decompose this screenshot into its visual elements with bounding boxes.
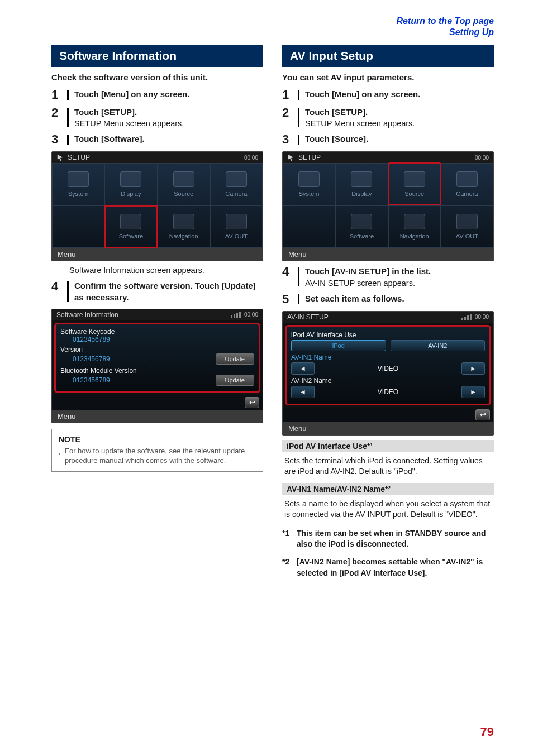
step-divider <box>67 135 69 145</box>
note-body: For how to update the software, see the … <box>65 446 256 466</box>
bt-version-label: Bluetooth Module Version <box>60 367 254 375</box>
note-box: NOTE For how to update the software, see… <box>51 429 263 472</box>
bullet-icon <box>59 446 61 466</box>
step-title: Touch [Source]. <box>305 133 494 145</box>
step-title: Set each item as follows. <box>305 293 494 304</box>
screenshot-menu-button[interactable]: Menu <box>283 422 493 435</box>
step-divider <box>298 108 299 127</box>
svg-rect-0 <box>231 315 232 318</box>
note-title: NOTE <box>59 435 256 444</box>
setting-heading-ipod-av: iPod AV Interface Use*¹ <box>282 440 494 452</box>
step-title: Touch [SETUP]. <box>305 107 494 118</box>
prev-button[interactable]: ◄ <box>291 362 315 375</box>
section-header-software-information: Software Information <box>51 45 263 67</box>
setting-body: Sets the terminal which iPod is connecte… <box>282 452 494 479</box>
setup-item-blank <box>283 205 335 248</box>
setting-up-link[interactable]: Setting Up <box>449 27 494 38</box>
setup-item-navigation[interactable]: Navigation <box>158 205 210 248</box>
step-1: 1 Touch [Menu] on any screen. <box>51 89 263 101</box>
step-3: 3 Touch [Software]. <box>51 133 263 146</box>
software-info-screenshot: Software Information 00:00 Software Keyc… <box>51 309 263 423</box>
step-title: Confirm the software version. Touch [Upd… <box>74 280 263 303</box>
step-number: 3 <box>282 133 292 146</box>
ipod-option-button[interactable]: iPod <box>291 340 386 351</box>
avin1-name-label: AV-IN1 Name <box>291 353 485 361</box>
prev-button[interactable]: ◄ <box>291 386 315 398</box>
setup-menu-screenshot: SETUP 00:00 System Display Source Camera… <box>51 151 263 261</box>
step-subtext: SETUP Menu screen appears. <box>74 119 263 128</box>
next-button[interactable]: ► <box>461 386 485 398</box>
setup-item-system[interactable]: System <box>283 163 335 205</box>
svg-rect-7 <box>470 314 472 320</box>
setup-item-camera[interactable]: Camera <box>210 163 263 205</box>
step-number: 1 <box>282 89 292 101</box>
setup-item-avout[interactable]: AV-OUT <box>441 205 493 248</box>
clock-label: 00:00 <box>475 314 489 320</box>
return-top-link[interactable]: Return to the Top page <box>396 16 494 27</box>
setup-item-avout[interactable]: AV-OUT <box>210 205 263 248</box>
setup-item-display[interactable]: Display <box>104 163 157 205</box>
step-number: 3 <box>51 133 61 146</box>
right-column: AV Input Setup You can set AV input para… <box>282 45 494 578</box>
step-number: 2 <box>282 107 292 119</box>
keycode-value: 0123456789 <box>60 336 254 343</box>
setup-item-software[interactable]: Software <box>104 205 157 248</box>
step-4: 4 Touch [AV-IN SETUP] in the list. AV-IN… <box>282 266 494 287</box>
return-icon[interactable]: ↩ <box>245 397 259 408</box>
screenshot-menu-button[interactable]: Menu <box>52 410 263 423</box>
step-divider <box>298 294 299 304</box>
setup-item-software[interactable]: Software <box>335 205 388 248</box>
screenshot-menu-button[interactable]: Menu <box>283 248 493 261</box>
keycode-label: Software Keycode <box>60 328 254 336</box>
step-1: 1 Touch [Menu] on any screen. <box>282 89 494 101</box>
setup-item-camera[interactable]: Camera <box>441 163 493 205</box>
step-number: 2 <box>51 107 61 119</box>
section-header-av-input-setup: AV Input Setup <box>282 45 494 67</box>
screenshot-title: AV-IN SETUP <box>287 313 329 321</box>
step-number: 4 <box>51 280 61 293</box>
setup-item-system[interactable]: System <box>52 163 104 205</box>
step-title: Touch [Software]. <box>74 133 263 145</box>
step-number: 1 <box>51 89 61 101</box>
return-icon[interactable]: ↩ <box>475 409 490 420</box>
step-2: 2 Touch [SETUP]. SETUP Menu screen appea… <box>51 107 263 128</box>
version-label: Version <box>60 346 254 353</box>
step-title: Touch [Menu] on any screen. <box>305 89 494 100</box>
step-title: Touch [Menu] on any screen. <box>74 89 263 100</box>
svg-rect-6 <box>467 315 469 320</box>
step-3: 3 Touch [Source]. <box>282 133 494 146</box>
step-divider <box>67 281 69 302</box>
setting-body: Sets a name to be displayed when you sel… <box>282 495 494 521</box>
step-divider <box>67 90 69 100</box>
next-button[interactable]: ► <box>461 362 485 375</box>
footnote-1: *1 This item can be set when in STANDBY … <box>282 528 494 550</box>
step-divider <box>298 90 299 100</box>
result-text: Software Information screen appears. <box>69 266 263 275</box>
update-button[interactable]: Update <box>216 375 254 386</box>
header-links: Return to the Top page Setting Up <box>51 16 494 38</box>
intro-text: You can set AV input parameters. <box>282 73 494 82</box>
update-button[interactable]: Update <box>216 353 254 365</box>
clock-label: 00:00 <box>475 155 489 161</box>
avin2-name-value: VIDEO <box>319 388 457 396</box>
signal-icon <box>231 312 241 318</box>
footnote-2: *2 [AV-IN2 Name] becomes settable when "… <box>282 557 494 578</box>
step-divider <box>67 108 69 127</box>
step-4: 4 Confirm the software version. Touch [U… <box>51 280 263 303</box>
setup-item-source[interactable]: Source <box>158 163 210 205</box>
setup-item-source[interactable]: Source <box>388 163 441 205</box>
page-number: 79 <box>480 725 494 739</box>
clock-label: 00:00 <box>244 155 258 161</box>
step-subtext: SETUP Menu screen appears. <box>305 119 494 128</box>
setup-menu-screenshot: SETUP 00:00 System Display Source Camera… <box>282 151 494 261</box>
avin2-option-button[interactable]: AV-IN2 <box>391 340 486 351</box>
bt-version-value: 0123456789 <box>60 376 110 384</box>
svg-rect-2 <box>236 313 238 318</box>
step-number: 4 <box>282 266 292 278</box>
setup-item-navigation[interactable]: Navigation <box>388 205 441 248</box>
screenshot-title: SETUP <box>68 154 90 161</box>
step-title: Touch [SETUP]. <box>74 107 263 118</box>
setting-heading-avin-name: AV-IN1 Name/AV-IN2 Name*² <box>282 483 494 495</box>
setup-item-display[interactable]: Display <box>335 163 388 205</box>
screenshot-menu-button[interactable]: Menu <box>52 248 263 261</box>
